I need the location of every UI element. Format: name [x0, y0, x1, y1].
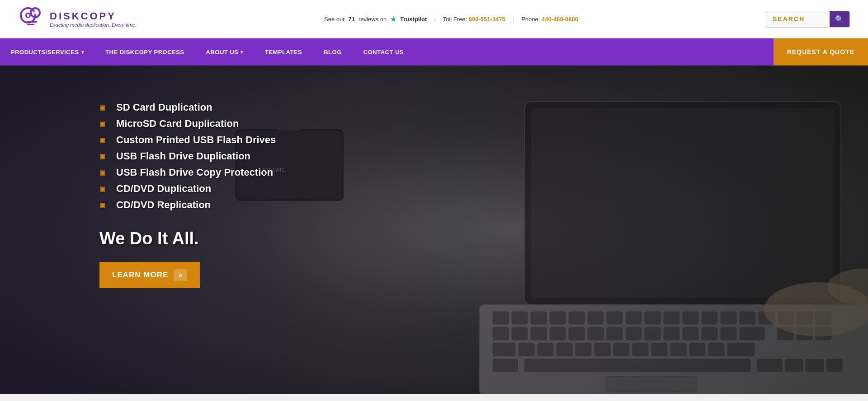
logo-icon	[18, 5, 45, 33]
nav-label-process: THE DISKCOPY PROCESS	[105, 49, 184, 56]
list-item-3: USB Flash Drive Duplication	[99, 150, 276, 162]
list-item-2: Custom Printed USB Flash Drives	[99, 134, 276, 146]
nav-item-process: THE DISKCOPY PROCESS	[94, 38, 195, 65]
reviews-prefix: See our	[324, 16, 345, 23]
nav-label-products: PRODUCTS/SERVICES	[11, 49, 79, 56]
hero-tagline: We Do It All.	[99, 229, 276, 248]
nav-link-blog[interactable]: BLOG	[313, 38, 353, 65]
chevron-down-icon-about: ▾	[241, 50, 243, 55]
list-item-1: MicroSD Card Duplication	[99, 118, 276, 130]
logo-link[interactable]: DISKCOPY Exacting media duplication. Eve…	[18, 5, 137, 33]
nav-items-list: PRODUCTS/SERVICES ▾ THE DISKCOPY PROCESS…	[0, 38, 774, 65]
nav-link-products[interactable]: PRODUCTS/SERVICES ▾	[0, 38, 94, 65]
nav-label-templates: TEMPLATES	[265, 49, 302, 56]
list-label-6: CD/DVD Replication	[116, 199, 211, 211]
svg-point-5	[34, 11, 37, 14]
phone-number[interactable]: 440-460-0800	[542, 16, 578, 23]
nav-link-process[interactable]: THE DISKCOPY PROCESS	[94, 38, 195, 65]
main-nav: PRODUCTS/SERVICES ▾ THE DISKCOPY PROCESS…	[0, 38, 868, 65]
list-label-4: USB Flash Drive Copy Protection	[116, 167, 273, 178]
toll-free-number[interactable]: 800-551-3475	[469, 16, 505, 23]
nav-label-blog: BLOG	[324, 49, 342, 56]
hero-cta-label: LEARN MORE	[112, 270, 168, 280]
list-label-0: SD Card Duplication	[116, 102, 212, 113]
list-label-5: CD/DVD Duplication	[116, 183, 211, 195]
search-button[interactable]: 🔍	[830, 11, 849, 27]
search-form: 🔍	[766, 11, 850, 28]
header-reviews: See our 71 reviews on ★ Trustpilot | Tol…	[324, 15, 578, 23]
list-item-4: USB Flash Drive Copy Protection	[99, 167, 276, 178]
list-label-2: Custom Printed USB Flash Drives	[116, 134, 276, 146]
nav-link-templates[interactable]: TEMPLATES	[254, 38, 313, 65]
nav-item-contact: CONTACT US	[353, 38, 415, 65]
nav-item-templates: TEMPLATES	[254, 38, 313, 65]
svg-point-3	[27, 14, 29, 17]
nav-label-contact: CONTACT US	[363, 49, 404, 56]
chevron-down-icon: ▾	[81, 50, 84, 55]
svg-rect-7	[27, 24, 34, 25]
toll-free-label: Toll Free: 800-551-3475	[443, 16, 505, 23]
nav-item-products: PRODUCTS/SERVICES ▾	[0, 38, 94, 65]
nav-item-about: ABOUT US ▾	[195, 38, 254, 65]
list-label-1: MicroSD Card Duplication	[116, 118, 239, 130]
hero-cta-arrow-icon: »	[174, 269, 187, 281]
nav-link-about[interactable]: ABOUT US ▾	[195, 38, 254, 65]
site-header: DISKCOPY Exacting media duplication. Eve…	[0, 0, 868, 38]
nav-link-contact[interactable]: CONTACT US	[353, 38, 415, 65]
hero-services-list: SD Card Duplication MicroSD Card Duplica…	[99, 102, 276, 211]
hero-content: SD Card Duplication MicroSD Card Duplica…	[99, 102, 276, 288]
hero-learn-more-button[interactable]: LEARN MORE »	[99, 262, 200, 288]
list-item-5: CD/DVD Duplication	[99, 183, 276, 195]
hero-section: SEAGATE SD Card Duplication MicroSD Card…	[0, 65, 868, 394]
header-divider-2: |	[513, 16, 514, 23]
list-item-0: SD Card Duplication	[99, 102, 276, 113]
request-quote-button[interactable]: REQUEST A QUOTE	[774, 38, 868, 65]
logo-tagline: Exacting media duplication. Every time.	[50, 22, 137, 28]
trustpilot-star-icon: ★	[390, 15, 396, 23]
header-divider: |	[434, 16, 435, 23]
logo-brand-name: DISKCOPY	[50, 10, 137, 22]
reviews-count: 71	[349, 16, 355, 23]
list-item-6: CD/DVD Replication	[99, 199, 276, 211]
list-label-3: USB Flash Drive Duplication	[116, 150, 250, 162]
search-input[interactable]	[766, 12, 830, 26]
svg-rect-6	[27, 21, 37, 23]
trustpilot-link[interactable]: Trustpilot	[400, 16, 427, 23]
nav-item-blog: BLOG	[313, 38, 353, 65]
phone-label: Phone: 440-460-0800	[521, 16, 578, 23]
reviews-suffix: reviews on	[359, 16, 387, 23]
nav-label-about: ABOUT US	[206, 49, 239, 56]
